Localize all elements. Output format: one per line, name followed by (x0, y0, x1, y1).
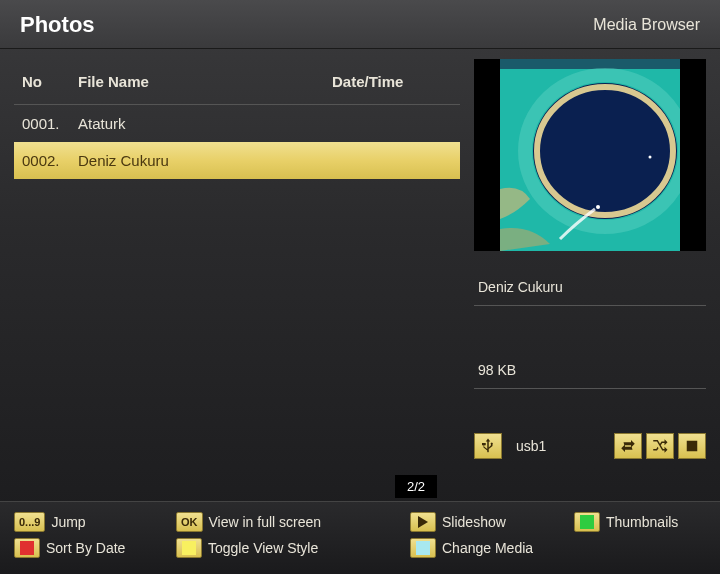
stop-button[interactable] (678, 433, 706, 459)
source-label: usb1 (516, 438, 546, 454)
stop-icon (683, 437, 701, 455)
usb-icon-button[interactable] (474, 433, 502, 459)
hint-label: Toggle View Style (208, 540, 318, 556)
item-no: 0001. (22, 115, 78, 132)
media-controls: usb1 (474, 433, 706, 459)
key-badge-ok: OK (176, 512, 203, 532)
app-name: Media Browser (593, 16, 700, 34)
footer-row-1: 0...9 Jump OK View in full screen Slides… (14, 512, 706, 532)
item-date (332, 115, 452, 132)
hint-label: Change Media (442, 540, 533, 556)
yellow-button-icon (176, 538, 202, 558)
col-header-date: Date/Time (332, 73, 452, 90)
item-no: 0002. (22, 152, 78, 169)
svg-point-6 (649, 156, 652, 159)
repeat-button[interactable] (614, 433, 642, 459)
svg-rect-7 (687, 441, 698, 452)
content-area: No File Name Date/Time 0001. Ataturk 000… (0, 49, 720, 459)
preview-title: Deniz Cukuru (474, 251, 706, 306)
red-button-icon (14, 538, 40, 558)
hint-jump: 0...9 Jump (14, 512, 172, 532)
svg-point-2 (533, 83, 677, 219)
page-title: Photos (20, 12, 95, 38)
shuffle-icon (651, 437, 669, 455)
hint-label: Slideshow (442, 514, 506, 530)
repeat-icon (619, 437, 637, 455)
col-header-no: No (22, 73, 78, 90)
list-item[interactable]: 0001. Ataturk (14, 105, 460, 142)
hint-label: Thumbnails (606, 514, 678, 530)
hint-fullscreen: OK View in full screen (176, 512, 406, 532)
item-name: Ataturk (78, 115, 332, 132)
col-header-name: File Name (78, 73, 332, 90)
preview-image (474, 59, 706, 251)
green-button-icon (574, 512, 600, 532)
hint-label: Sort By Date (46, 540, 125, 556)
preview-size: 98 KB (474, 306, 706, 389)
blue-button-icon (410, 538, 436, 558)
hint-thumbnails: Thumbnails (574, 512, 706, 532)
item-name: Deniz Cukuru (78, 152, 332, 169)
file-list: No File Name Date/Time 0001. Ataturk 000… (14, 59, 460, 459)
hint-label: View in full screen (209, 514, 322, 530)
svg-rect-1 (500, 59, 680, 69)
hint-slideshow: Slideshow (410, 512, 570, 532)
hint-label: Jump (51, 514, 85, 530)
preview-panel: Deniz Cukuru 98 KB usb1 (474, 59, 706, 459)
play-icon (410, 512, 436, 532)
svg-point-5 (596, 205, 600, 209)
page-indicator: 2/2 (395, 475, 437, 498)
usb-icon (479, 437, 497, 455)
hint-sort: Sort By Date (14, 538, 172, 558)
header: Photos Media Browser (0, 0, 720, 49)
hint-media: Change Media (410, 538, 570, 558)
list-item[interactable]: 0002. Deniz Cukuru (14, 142, 460, 179)
hint-toggle: Toggle View Style (176, 538, 406, 558)
item-date (332, 152, 452, 169)
footer: 0...9 Jump OK View in full screen Slides… (0, 501, 720, 574)
photo-preview (500, 59, 680, 251)
shuffle-button[interactable] (646, 433, 674, 459)
key-badge-numeric: 0...9 (14, 512, 45, 532)
list-header: No File Name Date/Time (14, 59, 460, 105)
footer-row-2: Sort By Date Toggle View Style Change Me… (14, 538, 706, 558)
